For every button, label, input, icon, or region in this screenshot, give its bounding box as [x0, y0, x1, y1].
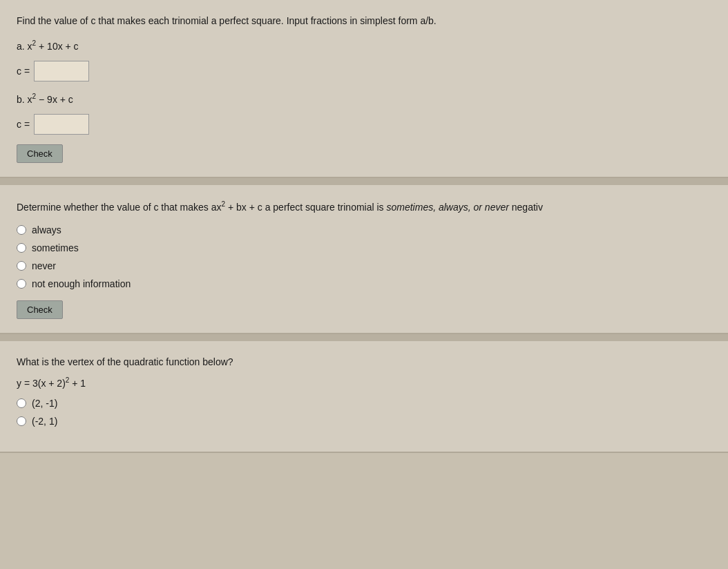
radio-never-label: never: [32, 260, 56, 271]
divider-2: [0, 334, 728, 341]
radio-never[interactable]: [17, 261, 26, 271]
section3-title: What is the vertex of the quadratic func…: [17, 355, 711, 369]
radio-opt1[interactable]: [17, 398, 26, 408]
problem-a-input-row: c =: [17, 61, 711, 81]
problem-b-input-label: c =: [17, 119, 30, 130]
radio-opt2-label: (-2, 1): [32, 416, 57, 427]
section3-equation: y = 3(x + 2)2 + 1: [17, 375, 711, 391]
radio-item-opt1[interactable]: (2, -1): [17, 398, 711, 409]
radio-always-label: always: [32, 224, 61, 235]
radio-sometimes[interactable]: [17, 243, 26, 253]
problem-a-label: a. x2 + 10x + c: [17, 38, 711, 54]
section1-title: Find the value of c that makes each trin…: [17, 14, 711, 28]
radio-item-opt2[interactable]: (-2, 1): [17, 416, 711, 427]
section3-radio-group: (2, -1) (-2, 1): [17, 398, 711, 427]
section2-title: Determine whether the value of c that ma…: [17, 199, 711, 215]
radio-item-always[interactable]: always: [17, 224, 711, 235]
problem-b-input-row: c =: [17, 114, 711, 135]
radio-sometimes-label: sometimes: [32, 242, 79, 253]
divider-1: [0, 178, 728, 185]
radio-item-sometimes[interactable]: sometimes: [17, 242, 711, 253]
section-determine: Determine whether the value of c that ma…: [0, 185, 728, 334]
radio-item-never[interactable]: never: [17, 260, 711, 271]
section2-check-button[interactable]: Check: [17, 300, 63, 319]
section-vertex: What is the vertex of the quadratic func…: [0, 341, 728, 453]
radio-always[interactable]: [17, 225, 26, 235]
radio-opt2[interactable]: [17, 416, 26, 426]
radio-not-enough-label: not enough information: [32, 278, 131, 289]
radio-not-enough[interactable]: [17, 279, 26, 289]
radio-opt1-label: (2, -1): [32, 398, 57, 409]
problem-a-input[interactable]: [34, 61, 89, 81]
problem-a-input-label: c =: [17, 66, 30, 77]
radio-item-not-enough[interactable]: not enough information: [17, 278, 711, 289]
section-perfect-square: Find the value of c that makes each trin…: [0, 0, 728, 178]
problem-b-label: b. x2 − 9x + c: [17, 91, 711, 107]
section2-radio-group: always sometimes never not enough inform…: [17, 224, 711, 289]
section1-check-button[interactable]: Check: [17, 144, 63, 163]
problem-b-input[interactable]: [34, 114, 89, 135]
